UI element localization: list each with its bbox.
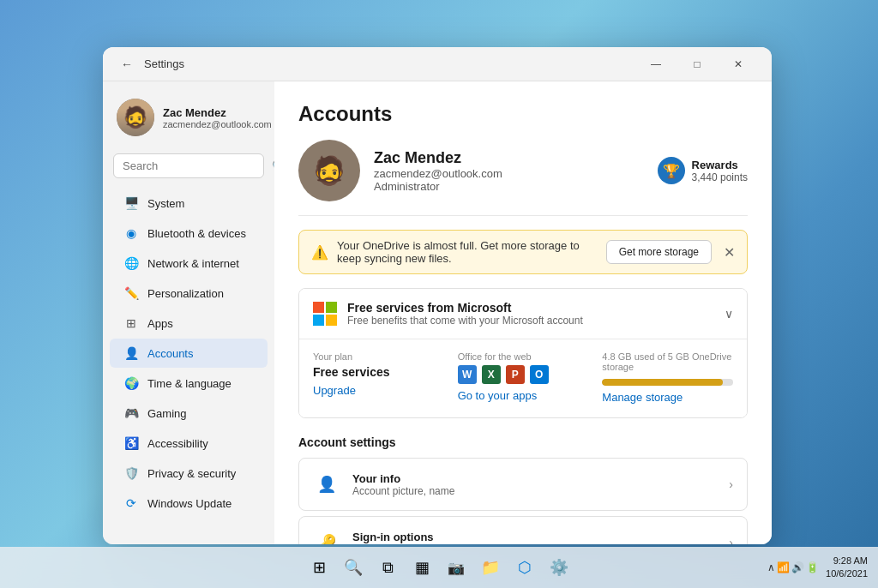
sidebar-item-bluetooth-label: Bluetooth & devices	[147, 227, 246, 240]
account-info: Zac Mendez zacmendez@outlook.com Adminis…	[374, 149, 502, 193]
taskbar-time: 9:28 AM	[826, 555, 868, 567]
account-header: 🧔 Zac Mendez zacmendez@outlook.com Admin…	[298, 140, 748, 216]
taskbar-settings-icon[interactable]: ⚙️	[544, 552, 574, 583]
yourinfo-chevron-icon: ›	[729, 477, 733, 491]
chevron-up-icon[interactable]: ∧	[767, 561, 775, 573]
ms-logo-q2	[326, 302, 337, 313]
signin-chevron-icon: ›	[729, 536, 733, 544]
storage-column: 4.8 GB used of 5 GB OneDrive storage Man…	[602, 351, 733, 404]
taskbar-system-icons: ∧ 📶 🔊 🔋	[767, 561, 819, 573]
rewards-info: Rewards 3,440 points	[692, 159, 748, 183]
excel-icon: X	[482, 365, 501, 384]
page-title: Accounts	[298, 102, 748, 126]
sidebar-item-accounts-label: Accounts	[147, 347, 193, 360]
taskbar-search-icon[interactable]: 🔍	[338, 552, 369, 583]
storage-bar-fill	[602, 379, 722, 386]
yourinfo-text: Your info Account picture, name	[352, 472, 717, 497]
avatar-face: 🧔	[117, 99, 154, 136]
word-icon: W	[458, 365, 477, 384]
ms-logo-q1	[313, 302, 324, 313]
powerpoint-icon: P	[506, 365, 525, 384]
get-more-storage-button[interactable]: Get more storage	[606, 240, 712, 264]
sidebar-item-privacy[interactable]: 🛡️ Privacy & security	[110, 459, 268, 488]
taskbar-teams-icon[interactable]: 📷	[441, 552, 472, 583]
ms-logo-q3	[313, 315, 324, 326]
close-button[interactable]: ✕	[719, 51, 758, 78]
accounts-icon: 👤	[123, 345, 139, 361]
services-title: Free services from Microsoft	[347, 301, 583, 315]
office-icons: W X P O	[458, 365, 589, 384]
taskbar-edge-icon[interactable]: ⬡	[509, 552, 540, 583]
sidebar-item-accessibility-label: Accessibility	[147, 437, 208, 450]
wifi-icon[interactable]: 📶	[777, 561, 790, 573]
storage-bar	[602, 379, 733, 386]
taskbar-start-icon[interactable]: ⊞	[304, 552, 334, 583]
privacy-icon: 🛡️	[123, 465, 139, 481]
sidebar-item-windows-update-label: Windows Update	[147, 497, 232, 510]
taskbar: ⊞ 🔍 ⧉ ▦ 📷 📁 ⬡ ⚙️ ∧ 📶 🔊 🔋 9:28 AM 10/6/20…	[0, 547, 878, 588]
sidebar-item-personalization[interactable]: ✏️ Personalization	[110, 279, 268, 308]
sidebar-item-windows-update[interactable]: ⟳ Windows Update	[110, 489, 268, 518]
sidebar-user-info: Zac Mendez zacmendez@outlook.com	[163, 106, 272, 129]
apps-icon: ⊞	[123, 315, 139, 331]
sidebar-item-apps[interactable]: ⊞ Apps	[110, 309, 268, 338]
plan-value: Free services	[313, 365, 444, 379]
taskbar-explorer-icon[interactable]: 📁	[475, 552, 506, 583]
services-card: Free services from Microsoft Free benefi…	[298, 288, 748, 418]
manage-storage-link[interactable]: Manage storage	[602, 391, 733, 404]
sidebar-item-network[interactable]: 🌐 Network & internet	[110, 249, 268, 278]
sidebar-item-bluetooth[interactable]: ◉ Bluetooth & devices	[110, 219, 268, 248]
banner-close-button[interactable]: ✕	[724, 244, 735, 261]
sidebar-item-accessibility[interactable]: ♿ Accessibility	[110, 429, 268, 458]
services-subtitle: Free benefits that come with your Micros…	[347, 315, 583, 327]
sidebar-item-gaming[interactable]: 🎮 Gaming	[110, 399, 268, 428]
sidebar-item-time-label: Time & language	[147, 377, 232, 390]
sidebar: 🧔 Zac Mendez zacmendez@outlook.com 🔍 🖥️ …	[103, 81, 274, 544]
rewards-points: 3,440 points	[692, 171, 748, 183]
sidebar-item-time[interactable]: 🌍 Time & language	[110, 369, 268, 398]
battery-icon[interactable]: 🔋	[806, 561, 819, 573]
upgrade-link[interactable]: Upgrade	[313, 384, 444, 397]
sidebar-avatar: 🧔	[117, 99, 154, 136]
search-input[interactable]	[123, 159, 267, 172]
window-controls: — □ ✕	[636, 51, 758, 78]
settings-item-yourinfo[interactable]: 👤 Your info Account picture, name ›	[298, 458, 748, 511]
volume-icon[interactable]: 🔊	[791, 561, 804, 573]
account-settings-section: Account settings 👤 Your info Account pic…	[298, 435, 748, 544]
taskbar-widgets-icon[interactable]: ▦	[406, 552, 437, 583]
taskbar-clock[interactable]: 9:28 AM 10/6/2021	[826, 555, 868, 581]
user-profile[interactable]: 🧔 Zac Mendez zacmendez@outlook.com	[103, 92, 274, 150]
settings-window: ← Settings — □ ✕ 🧔 Zac Mendez zacmend	[103, 47, 772, 544]
storage-bar-container	[602, 379, 733, 386]
services-header-text: Free services from Microsoft Free benefi…	[347, 301, 583, 327]
settings-item-signin[interactable]: 🔑 Sign-in options Windows Hello, securit…	[298, 516, 748, 544]
storage-label: 4.8 GB used of 5 GB OneDrive storage	[602, 351, 733, 372]
account-role: Administrator	[374, 180, 502, 193]
plan-column: Your plan Free services Upgrade	[313, 351, 444, 404]
taskbar-task-view-icon[interactable]: ⧉	[372, 552, 403, 583]
maximize-button[interactable]: □	[677, 51, 717, 78]
sidebar-item-accounts[interactable]: 👤 Accounts	[110, 339, 268, 368]
windows-update-icon: ⟳	[123, 495, 139, 511]
sidebar-item-gaming-label: Gaming	[147, 407, 187, 420]
taskbar-right: ∧ 📶 🔊 🔋 9:28 AM 10/6/2021	[767, 555, 868, 581]
onedrive-banner: ⚠️ Your OneDrive is almost full. Get mor…	[298, 230, 748, 274]
yourinfo-title: Your info	[352, 472, 717, 485]
warning-icon: ⚠️	[311, 244, 328, 261]
services-columns: Your plan Free services Upgrade Office f…	[313, 339, 733, 404]
account-email: zacmendez@outlook.com	[374, 167, 502, 180]
sidebar-item-system[interactable]: 🖥️ System	[110, 189, 268, 218]
back-button[interactable]: ←	[117, 54, 137, 75]
yourinfo-desc: Account picture, name	[352, 485, 717, 497]
rewards-icon: 🏆	[658, 157, 685, 184]
signin-title: Sign-in options	[352, 531, 717, 543]
system-icon: 🖥️	[123, 195, 139, 211]
go-to-apps-link[interactable]: Go to your apps	[458, 389, 589, 402]
sidebar-item-privacy-label: Privacy & security	[147, 467, 236, 480]
sidebar-user-email: zacmendez@outlook.com	[163, 119, 272, 129]
services-card-header[interactable]: Free services from Microsoft Free benefi…	[299, 289, 747, 339]
outlook-icon: O	[530, 365, 549, 384]
search-box[interactable]: 🔍	[113, 153, 264, 178]
services-chevron-icon: ∨	[725, 307, 733, 321]
minimize-button[interactable]: —	[636, 51, 676, 78]
